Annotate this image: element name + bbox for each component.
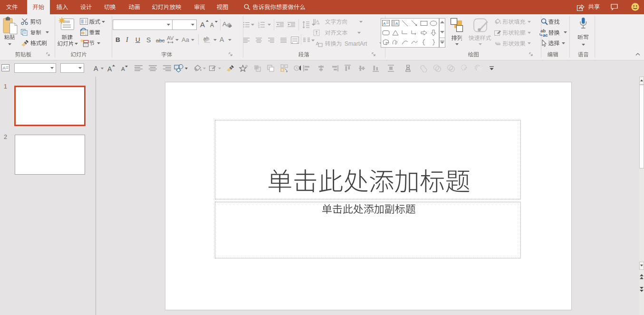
svg-text:A: A <box>383 21 386 26</box>
svg-text:A: A <box>316 19 319 24</box>
svg-text:3: 3 <box>258 26 260 29</box>
svg-text:A: A <box>3 66 6 70</box>
svg-text:A: A <box>395 21 398 26</box>
